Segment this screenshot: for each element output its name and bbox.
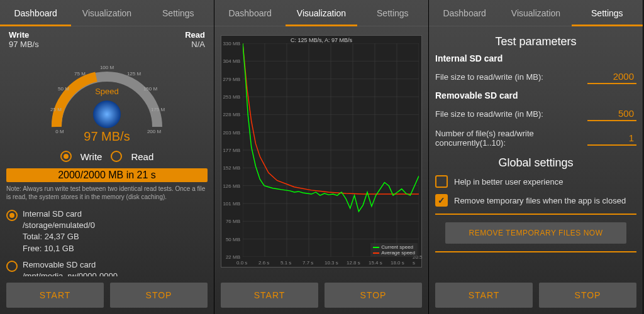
gauge-speed-value: 97 MB/s bbox=[84, 129, 130, 143]
read-label: Read bbox=[185, 30, 205, 40]
tab-dashboard[interactable]: Dashboard bbox=[429, 0, 500, 26]
internal-total: Total: 24,37 GB bbox=[23, 231, 95, 242]
svg-text:125 M: 125 M bbox=[127, 71, 142, 77]
internal-heading: Internal SD card bbox=[435, 51, 636, 66]
radio-internal[interactable] bbox=[6, 210, 18, 221]
test-params-title: Test parameters bbox=[435, 30, 636, 51]
global-title: Global settings bbox=[435, 151, 636, 172]
removable-filesize-input[interactable]: 500 bbox=[587, 107, 636, 121]
stop-button[interactable]: STOP bbox=[325, 283, 422, 308]
internal-path: /storage/emulated/0 bbox=[23, 220, 95, 231]
svg-text:0 M: 0 M bbox=[55, 129, 64, 134]
gauge-speed-label: Speed bbox=[95, 87, 119, 96]
start-button[interactable]: START bbox=[221, 283, 318, 308]
tab-dashboard[interactable]: Dashboard bbox=[0, 0, 71, 26]
radio-removable[interactable] bbox=[6, 261, 18, 272]
svg-point-9 bbox=[93, 100, 121, 128]
speed-gauge: 0 M25 M50 M75 M 100 M125 M150 M175 M200 … bbox=[6, 45, 208, 146]
removable-heading: Removable SD card bbox=[435, 88, 636, 103]
radio-write[interactable] bbox=[60, 151, 72, 162]
mode-read-label: Read bbox=[131, 151, 153, 162]
svg-text:75 M: 75 M bbox=[74, 71, 86, 77]
concurrent-input[interactable]: 1 bbox=[587, 131, 636, 146]
removable-title: Removable SD card bbox=[23, 259, 118, 271]
mode-selector: Write Read bbox=[6, 147, 208, 166]
tab-visualization[interactable]: Visualization bbox=[500, 0, 571, 26]
legend-current: Current speed bbox=[381, 244, 413, 250]
radio-read[interactable] bbox=[111, 151, 122, 162]
svg-text:200 M: 200 M bbox=[147, 129, 162, 134]
svg-text:25 M: 25 M bbox=[50, 107, 62, 112]
screen-visualization: Dashboard Visualization Settings C: 125 … bbox=[214, 0, 429, 314]
tab-settings[interactable]: Settings bbox=[143, 0, 214, 26]
checkbox-remove[interactable] bbox=[435, 194, 448, 207]
storage-removable[interactable]: Removable SD card /mnt/media_rw/0000-000… bbox=[6, 257, 208, 276]
storage-internal[interactable]: Internal SD card /storage/emulated/0 Tot… bbox=[6, 206, 208, 257]
tab-settings[interactable]: Settings bbox=[357, 0, 428, 26]
remove-files-button[interactable]: REMOVE TEMPORARY FILES NOW bbox=[445, 222, 626, 244]
legend-average: Average speed bbox=[381, 250, 415, 256]
speed-chart: C: 125 MB/s, A: 97 MB/s 330 MB304 MB279 … bbox=[221, 35, 422, 268]
svg-text:50 M: 50 M bbox=[58, 86, 69, 92]
removable-path: /mnt/media_rw/0000-0000 bbox=[23, 271, 118, 276]
help-label: Help in better user experience bbox=[454, 177, 563, 187]
svg-text:175 M: 175 M bbox=[151, 107, 165, 112]
start-button[interactable]: START bbox=[435, 283, 533, 308]
write-label: Write bbox=[9, 30, 29, 40]
stop-button[interactable]: STOP bbox=[110, 283, 208, 308]
start-button[interactable]: START bbox=[6, 283, 104, 308]
screen-settings: Dashboard Visualization Settings Test pa… bbox=[429, 0, 643, 314]
internal-free: Free: 10,1 GB bbox=[23, 243, 95, 254]
tab-bar: Dashboard Visualization Settings bbox=[0, 0, 214, 26]
tab-dashboard[interactable]: Dashboard bbox=[214, 0, 286, 26]
note-text: Note: Always run write test between two … bbox=[6, 183, 208, 205]
concurrent-label: Number of file(s) read/write concurrentl… bbox=[435, 129, 587, 148]
tab-visualization[interactable]: Visualization bbox=[71, 0, 142, 26]
progress-bar: 2000/2000 MB in 21 s bbox=[6, 168, 208, 182]
mode-write-label: Write bbox=[80, 151, 103, 162]
chart-title: C: 125 MB/s, A: 97 MB/s bbox=[221, 37, 421, 43]
tab-bar: Dashboard Visualization Settings bbox=[214, 0, 428, 26]
internal-title: Internal SD card bbox=[23, 208, 95, 220]
screen-dashboard: Dashboard Visualization Settings Write97… bbox=[0, 0, 214, 314]
tab-settings[interactable]: Settings bbox=[572, 0, 643, 26]
svg-text:150 M: 150 M bbox=[143, 86, 158, 92]
remove-label: Remove temporary files when the app is c… bbox=[454, 196, 626, 205]
checkbox-help[interactable] bbox=[435, 175, 448, 188]
tab-visualization[interactable]: Visualization bbox=[286, 0, 357, 26]
chart-legend: Current speed Average speed bbox=[370, 243, 418, 257]
internal-filesize-label: File size to read/write (in MB): bbox=[435, 72, 587, 82]
svg-text:100 M: 100 M bbox=[100, 65, 114, 70]
tab-bar: Dashboard Visualization Settings bbox=[429, 0, 643, 26]
stop-button[interactable]: STOP bbox=[539, 283, 636, 308]
removable-filesize-label: File size to read/write (in MB): bbox=[435, 109, 587, 119]
internal-filesize-input[interactable]: 2000 bbox=[587, 70, 636, 84]
